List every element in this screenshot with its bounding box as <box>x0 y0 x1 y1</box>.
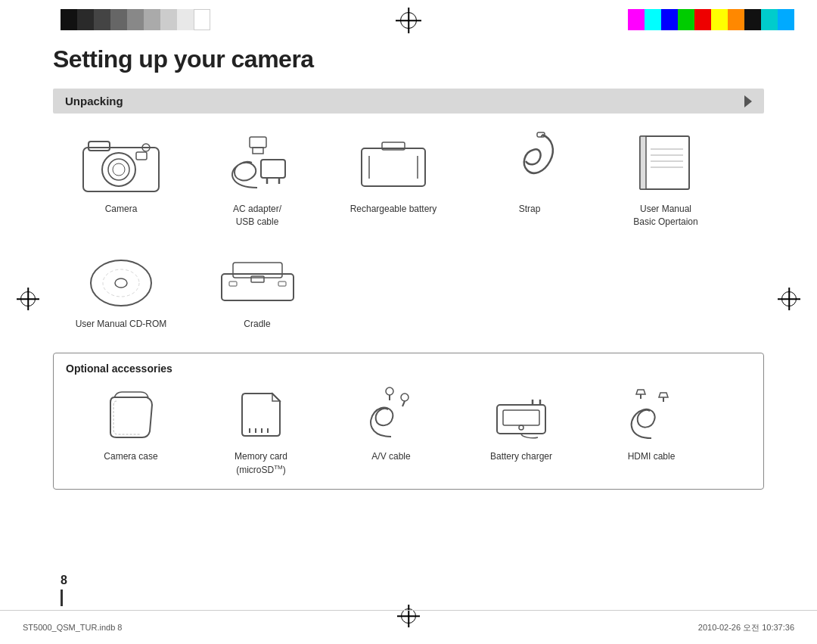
top-color-bar <box>0 0 817 39</box>
svg-rect-5 <box>136 152 147 160</box>
battery-charger-label: Battery charger <box>490 450 552 463</box>
center-reg-mark <box>396 8 421 33</box>
bottom-bar: ST5000_QSM_TUR.indb 8 2010-02-26 오전 10:3… <box>0 610 817 644</box>
right-reg-mark <box>778 288 800 310</box>
svg-rect-0 <box>83 148 159 191</box>
svg-point-36 <box>386 387 393 395</box>
left-reg-mark <box>17 288 39 310</box>
svg-rect-18 <box>640 136 689 189</box>
svg-rect-29 <box>251 276 264 282</box>
av-cable-label: A/V cable <box>371 450 410 463</box>
optional-items: Camera case M <box>66 384 751 477</box>
arrow-right-icon <box>744 95 752 107</box>
user-manual-cd-label: User Manual CD-ROM <box>76 318 167 331</box>
svg-point-42 <box>519 425 523 430</box>
cradle-label: Cradle <box>244 318 270 331</box>
svg-rect-1 <box>89 142 110 151</box>
page-number-area: 8 <box>61 574 67 606</box>
color-strip-right <box>628 9 794 30</box>
memory-card-image <box>227 384 295 444</box>
strap-image <box>488 129 571 197</box>
svg-point-26 <box>103 269 139 297</box>
camera-case-image <box>97 384 165 444</box>
user-manual-cd-image <box>79 244 163 312</box>
item-hdmi-cable: HDMI cable <box>586 384 716 477</box>
svg-rect-31 <box>278 282 286 286</box>
page-number: 8 <box>61 574 67 587</box>
rechargeable-battery-label: Rechargeable battery <box>350 203 437 216</box>
optional-accessories-box: Optional accessories Camera case <box>53 353 764 490</box>
svg-rect-19 <box>640 136 646 189</box>
item-strap: Strap <box>461 129 598 229</box>
item-av-cable: A/V cable <box>326 384 456 477</box>
hdmi-cable-image <box>617 384 685 444</box>
svg-rect-12 <box>362 148 425 186</box>
footer-right: 2010-02-26 오전 10:37:36 <box>698 622 794 633</box>
camera-label: Camera <box>105 203 138 216</box>
unpacking-header: Unpacking <box>53 89 764 114</box>
item-battery-charger: Battery charger <box>456 384 586 477</box>
svg-point-25 <box>115 278 127 288</box>
svg-point-2 <box>102 153 135 186</box>
battery-charger-image <box>487 384 555 444</box>
item-camera: Camera <box>53 129 189 229</box>
optional-title: Optional accessories <box>66 362 751 375</box>
svg-point-38 <box>401 394 408 401</box>
item-rechargeable-battery: Rechargeable battery <box>325 129 461 229</box>
av-cable-image <box>357 384 425 444</box>
svg-line-39 <box>402 401 405 406</box>
footer-left: ST5000_QSM_TUR.indb 8 <box>23 623 122 632</box>
item-ac-adapter: AC adapter/USB cable <box>189 129 325 229</box>
svg-point-3 <box>108 159 129 180</box>
rechargeable-battery-image <box>352 129 435 197</box>
item-user-manual-cd: User Manual CD-ROM <box>53 244 189 331</box>
main-content: Setting up your camera Unpacking <box>53 45 764 599</box>
hdmi-cable-label: HDMI cable <box>628 450 676 463</box>
ac-adapter-image <box>216 129 299 197</box>
svg-rect-9 <box>261 160 285 178</box>
camera-case-label: Camera case <box>104 450 157 463</box>
page-title: Setting up your camera <box>53 45 764 73</box>
memory-card-label: Memory card(microSDTM) <box>235 450 287 477</box>
item-camera-case: Camera case <box>66 384 196 477</box>
svg-rect-28 <box>233 263 282 278</box>
svg-rect-8 <box>253 148 263 154</box>
unpacking-title: Unpacking <box>65 95 123 107</box>
cradle-image <box>216 244 299 312</box>
ac-adapter-label: AC adapter/USB cable <box>233 203 281 229</box>
svg-point-4 <box>113 163 125 176</box>
camera-image <box>79 129 163 197</box>
svg-rect-7 <box>250 137 266 148</box>
svg-point-24 <box>91 260 151 306</box>
item-cradle: Cradle <box>189 244 325 331</box>
item-memory-card: Memory card(microSDTM) <box>196 384 326 477</box>
strap-label: Strap <box>519 203 541 216</box>
unpacking-items-grid: Camera AC adapter/USB cable <box>53 129 764 345</box>
user-manual-label: User ManualBasic Opertaion <box>633 203 697 229</box>
svg-rect-30 <box>229 282 237 286</box>
user-manual-image <box>624 129 707 197</box>
svg-rect-41 <box>503 410 539 425</box>
color-strip-left <box>61 9 210 30</box>
item-user-manual: User ManualBasic Opertaion <box>598 129 734 229</box>
page-bar <box>61 590 63 606</box>
